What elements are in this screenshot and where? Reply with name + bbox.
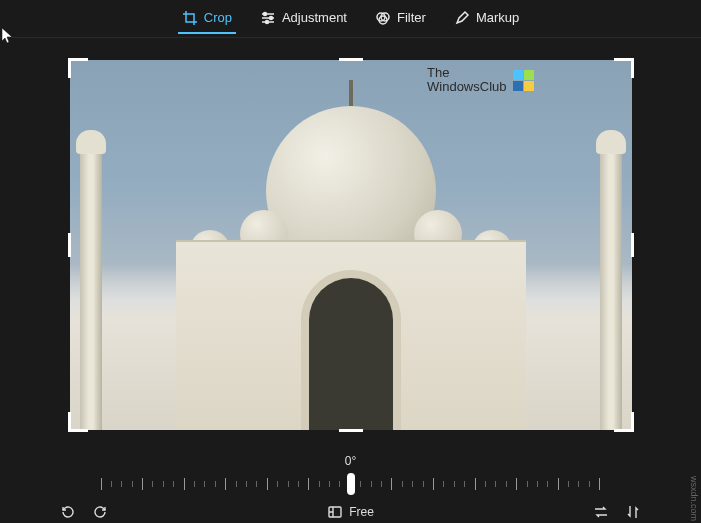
editor-tabs: Crop Adjustment Filter Markup [0, 0, 701, 38]
rotation-thumb[interactable] [347, 473, 355, 495]
tab-crop[interactable]: Crop [178, 4, 236, 34]
image-preview: The WindowsClub [70, 60, 632, 430]
bottom-toolbar: Free [0, 496, 701, 520]
crop-handle-right[interactable] [631, 233, 634, 257]
rotation-control: 0° // ticks rendered below via JS-free a… [0, 454, 701, 496]
svg-point-2 [265, 20, 268, 23]
crop-handle-left[interactable] [68, 233, 71, 257]
flip-vertical-button[interactable] [625, 504, 641, 520]
crop-handle-bottom-right[interactable] [614, 412, 634, 432]
tab-filter[interactable]: Filter [371, 4, 430, 34]
svg-point-0 [263, 12, 266, 15]
aspect-ratio-label: Free [349, 505, 374, 519]
tab-filter-label: Filter [397, 10, 426, 25]
tab-adjustment-label: Adjustment [282, 10, 347, 25]
tab-crop-label: Crop [204, 10, 232, 25]
flip-horizontal-button[interactable] [593, 504, 609, 520]
rotation-slider[interactable]: // ticks rendered below via JS-free appr… [101, 472, 601, 496]
rotate-cw-button[interactable] [92, 504, 108, 520]
rotate-ccw-button[interactable] [60, 504, 76, 520]
watermark-line2: WindowsClub [427, 80, 506, 94]
crop-icon [182, 10, 198, 26]
crop-handle-bottom-left[interactable] [68, 412, 88, 432]
markup-icon [454, 10, 470, 26]
crop-handle-top-left[interactable] [68, 58, 88, 78]
attribution-text: wsxdn.com [689, 476, 699, 521]
crop-handle-bottom[interactable] [339, 429, 363, 432]
watermark: The WindowsClub [427, 66, 533, 95]
crop-handle-top-right[interactable] [614, 58, 634, 78]
tab-markup-label: Markup [476, 10, 519, 25]
windows-logo-icon [513, 70, 534, 91]
svg-point-1 [269, 16, 272, 19]
tab-markup[interactable]: Markup [450, 4, 523, 34]
watermark-line1: The [427, 66, 506, 80]
crop-handle-top[interactable] [339, 58, 363, 61]
canvas-area: The WindowsClub [0, 38, 701, 438]
tab-adjustment[interactable]: Adjustment [256, 4, 351, 34]
filter-icon [375, 10, 391, 26]
adjustment-icon [260, 10, 276, 26]
rotation-value: 0° [345, 454, 357, 468]
crop-frame[interactable]: The WindowsClub [70, 60, 632, 430]
aspect-ratio-button[interactable]: Free [327, 504, 374, 520]
